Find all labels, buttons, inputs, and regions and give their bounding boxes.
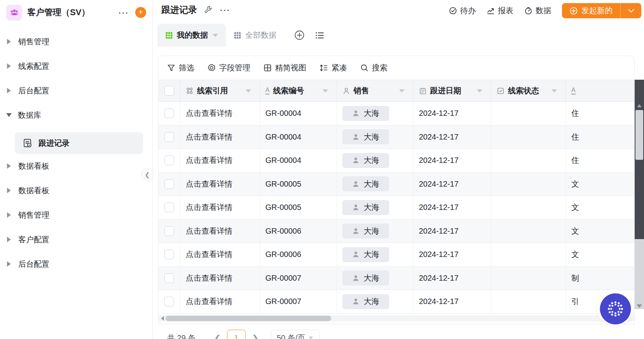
sidebar-item-8[interactable]: 后台配置 (7, 257, 148, 271)
row-checkbox[interactable] (164, 226, 174, 236)
create-new-button[interactable]: 发起新的 (562, 3, 641, 18)
sidebar-item-1[interactable]: 线索配置 (7, 59, 148, 73)
avatar-icon (352, 180, 360, 188)
cell-status (491, 243, 566, 266)
sidebar-item-7[interactable]: 客户配置 (7, 232, 148, 247)
row-checkbox[interactable] (164, 297, 174, 306)
column-header-1[interactable]: A线索编号 (260, 80, 337, 101)
cell-ref[interactable]: 点击查看详情 (180, 173, 260, 196)
assistant-button[interactable] (600, 293, 631, 325)
row-checkbox[interactable] (164, 156, 174, 165)
column-header-5[interactable]: A (566, 80, 634, 101)
user-tag: 大海 (342, 176, 389, 191)
chevron-down-icon[interactable] (552, 89, 557, 93)
caret-right-icon[interactable] (7, 261, 11, 267)
cell-ref[interactable]: 点击查看详情 (180, 243, 260, 266)
add-view-button[interactable] (294, 30, 305, 40)
row-select-cell (159, 290, 180, 313)
cell-ref[interactable]: 点击查看详情 (180, 149, 260, 172)
chevron-down-icon[interactable] (399, 89, 405, 93)
table-row[interactable]: 点击查看详情GR-00005大海2024-12-17文 (159, 196, 634, 220)
select-all-checkbox[interactable] (164, 86, 174, 96)
create-new-dropdown[interactable] (621, 3, 641, 18)
table-row[interactable]: 点击查看详情GR-00007大海2024-12-17制 (159, 267, 634, 290)
page-size-select[interactable]: 50 条/页 (271, 330, 319, 339)
horizontal-scrollbar[interactable] (159, 315, 634, 322)
scroll-up-icon[interactable] (637, 104, 642, 107)
toolbar-label: 搜索 (372, 63, 387, 73)
table-row[interactable]: 点击查看详情GR-00005大海2024-12-17文 (159, 173, 634, 196)
sidebar-item-2[interactable]: 后台配置 (7, 83, 148, 98)
caret-right-icon[interactable] (7, 212, 11, 218)
column-header-2[interactable]: 销售 (337, 80, 414, 101)
nav-item-todo[interactable]: 待办 (449, 5, 476, 16)
row-checkbox[interactable] (164, 132, 174, 142)
column-label: 线索状态 (508, 86, 539, 96)
cell-ref[interactable]: 点击查看详情 (180, 267, 260, 290)
cell-ref[interactable]: 点击查看详情 (180, 126, 260, 149)
toolbar-compact[interactable]: 紧凑 (319, 63, 347, 73)
column-label: 跟进日期 (430, 86, 461, 96)
vertical-scrollbar-thumb[interactable] (635, 110, 643, 160)
row-checkbox[interactable] (164, 108, 174, 118)
current-page-button[interactable]: 1 (227, 330, 246, 339)
sidebar-item-5[interactable]: 数据看板 (7, 183, 148, 198)
sidebar-item-4[interactable]: 数据看板 (7, 159, 148, 173)
caret-right-icon[interactable] (7, 39, 11, 44)
view-list-button[interactable] (315, 30, 325, 40)
toolbar-field[interactable]: 字段管理 (208, 63, 250, 73)
prev-page-icon[interactable]: ❮ (214, 333, 221, 339)
sidebar-add-button[interactable]: + (135, 7, 146, 18)
table-row[interactable]: 点击查看详情GR-00004大海2024-12-17住 (159, 102, 634, 126)
toolbar-search[interactable]: 搜索 (360, 63, 387, 73)
caret-right-icon[interactable] (7, 88, 11, 93)
tab-0[interactable]: 我的数据 (157, 24, 226, 47)
next-page-icon[interactable]: ❯ (252, 333, 258, 339)
scroll-down-icon[interactable] (637, 304, 642, 308)
row-checkbox[interactable] (164, 203, 174, 212)
vertical-scrollbar[interactable] (635, 80, 644, 309)
table-row[interactable]: 点击查看详情GR-00006大海2024-12-17文 (159, 220, 634, 243)
horizontal-scrollbar-thumb[interactable] (166, 316, 331, 321)
nav-item-data[interactable]: 数据 (524, 5, 551, 16)
sidebar-item-6[interactable]: 销售管理 (7, 208, 148, 222)
table-toolbar: 筛选字段管理精简视图紧凑搜索 (159, 56, 634, 80)
row-checkbox[interactable] (164, 179, 174, 189)
wrench-icon[interactable] (204, 6, 212, 14)
caret-right-icon[interactable] (7, 63, 11, 69)
sidebar-item-3[interactable]: 数据库 (7, 108, 148, 122)
nav-item-report[interactable]: 报表 (487, 5, 513, 16)
sidebar-item-0[interactable]: 销售管理 (7, 34, 148, 49)
column-header-3[interactable]: 跟进日期 (414, 80, 492, 101)
caret-right-icon[interactable] (7, 163, 11, 169)
column-header-4[interactable]: 线索状态 (491, 80, 566, 101)
toolbar-filter[interactable]: 筛选 (167, 63, 194, 73)
row-checkbox[interactable] (164, 273, 174, 283)
caret-right-icon[interactable] (7, 188, 11, 193)
column-header-0[interactable]: 线索引用 (180, 80, 260, 101)
calendar-icon (419, 87, 427, 95)
sidebar-item-selected-child[interactable]: 跟进记录 (15, 132, 143, 154)
caret-down-icon[interactable] (6, 113, 12, 117)
table-row[interactable]: 点击查看详情GR-00004大海2024-12-17住 (159, 126, 634, 149)
page-more-icon[interactable]: ··· (220, 6, 230, 14)
toolbar-grid[interactable]: 精简视图 (264, 63, 306, 73)
create-new-main[interactable]: 发起新的 (562, 5, 620, 16)
scroll-left-icon[interactable] (161, 316, 164, 321)
caret-right-icon[interactable] (7, 237, 11, 242)
chevron-down-icon[interactable] (323, 89, 328, 93)
table-row[interactable]: 点击查看详情GR-00007大海2024-12-17引 (159, 290, 634, 314)
chevron-down-icon[interactable] (477, 89, 482, 93)
sidebar-collapse-button[interactable]: ❮ (141, 168, 154, 181)
cell-ref[interactable]: 点击查看详情 (180, 290, 260, 313)
tab-1[interactable]: 全部数据 (226, 24, 284, 47)
cell-ref[interactable]: 点击查看详情 (180, 102, 260, 125)
table-row[interactable]: 点击查看详情GR-00004大海2024-12-17住 (159, 149, 634, 173)
chevron-down-icon[interactable] (246, 89, 251, 93)
row-checkbox[interactable] (164, 250, 174, 259)
cell-ref[interactable]: 点击查看详情 (180, 220, 260, 243)
cell-ref[interactable]: 点击查看详情 (180, 196, 260, 219)
table-row[interactable]: 点击查看详情GR-00006大海2024-12-17文 (159, 243, 634, 267)
column-label: 线索编号 (273, 86, 304, 96)
sidebar-more-icon[interactable]: ··· (119, 9, 129, 17)
